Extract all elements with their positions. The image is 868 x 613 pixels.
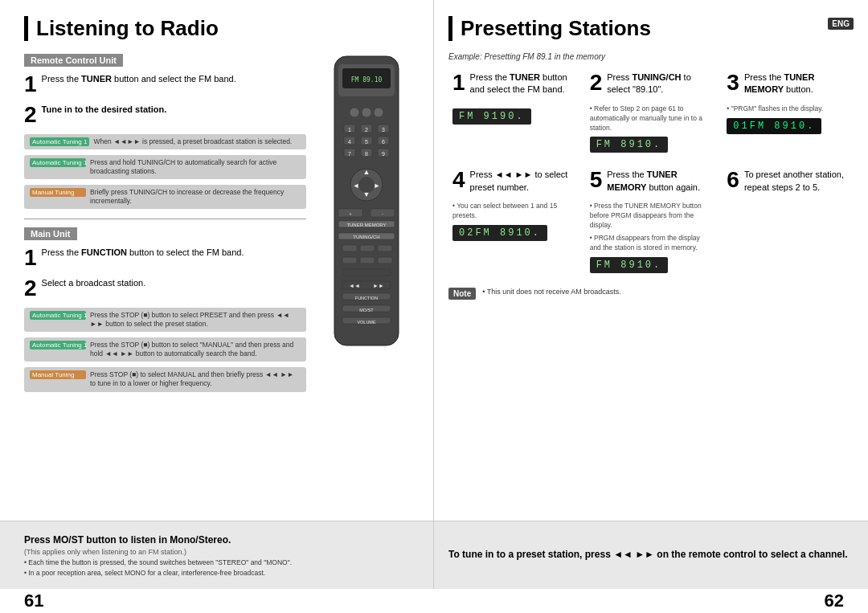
right-step4-note: You can select between 1 and 15 presets. bbox=[452, 202, 575, 221]
right-step5-display: FM 8910. bbox=[590, 257, 669, 273]
bottom-footer: Press MO/ST button to listen in Mono/Ste… bbox=[0, 521, 868, 589]
footer-left-bullet1: • Each time the button is pressed, the s… bbox=[24, 558, 419, 566]
tuning-desc-1: When ◄◄►► is pressed, a preset broadcast… bbox=[93, 137, 292, 146]
tuning-label-1: Automatic Tuning 1 bbox=[30, 137, 89, 146]
page-num-right: 62 bbox=[825, 591, 844, 611]
right-step5-text: Press the TUNER MEMORY button again. bbox=[607, 169, 712, 194]
tuning-desc-2: Press and hold TUNING/CH to automaticall… bbox=[90, 158, 301, 176]
step1-main-text: Press the FUNCTION button to select the … bbox=[42, 247, 244, 259]
right-page-title: Presetting Stations bbox=[448, 16, 854, 41]
step1-main-bold: FUNCTION bbox=[81, 247, 127, 257]
tuning-desc-3: Briefly press TUNING/CH to increase or d… bbox=[90, 188, 301, 206]
page-num-left: 61 bbox=[24, 591, 43, 611]
tuning-boxes-main: Automatic Tuning 1 Press the STOP (■) bu… bbox=[24, 308, 306, 394]
svg-point-6 bbox=[374, 108, 383, 117]
svg-text:-: - bbox=[382, 211, 383, 216]
right-step1-text: Press the TUNER button and select the FM… bbox=[470, 72, 575, 96]
main-tuning-label-1: Automatic Tuning 1 bbox=[30, 311, 86, 320]
step2-rc-text: Tune in to the desired station. bbox=[42, 104, 167, 116]
svg-text:8: 8 bbox=[365, 151, 368, 157]
tuning-boxes-rc: Automatic Tuning 1 When ◄◄►► is pressed,… bbox=[24, 134, 306, 212]
step1-main-number: 1 bbox=[24, 247, 37, 269]
right-step5-number: 5 bbox=[590, 169, 603, 191]
svg-text:+: + bbox=[349, 211, 352, 216]
svg-text:4: 4 bbox=[348, 139, 351, 145]
step2-rc-bold: Tune in to the desired station. bbox=[42, 104, 167, 114]
main-tuning-desc-2: Press the STOP (■) button to select "MAN… bbox=[90, 341, 301, 358]
svg-rect-44 bbox=[378, 257, 392, 264]
tuning-label-3: Manual Tuning bbox=[30, 188, 86, 197]
main-unit-section-header: Main Unit bbox=[24, 227, 77, 240]
svg-text:9: 9 bbox=[382, 151, 385, 157]
right-step-1: 1 Press the TUNER button and select the … bbox=[448, 67, 579, 157]
svg-text:▲: ▲ bbox=[363, 168, 371, 176]
main-tuning-label-2: Automatic Tuning 1 bbox=[30, 341, 86, 349]
footer-right-main: To tune in to a preset station, press ◄◄… bbox=[448, 549, 854, 560]
svg-text:►►: ►► bbox=[373, 283, 384, 288]
svg-text:3: 3 bbox=[382, 127, 385, 133]
tuning-box-1: Automatic Tuning 1 When ◄◄►► is pressed,… bbox=[24, 134, 306, 149]
example-label: Example: Presetting FM 89.1 in the memor… bbox=[448, 52, 854, 61]
svg-text:◄◄: ◄◄ bbox=[349, 283, 360, 288]
step1-rc-text: Press the TUNER button and select the FM… bbox=[42, 73, 236, 85]
note-box: Note • This unit does not receive AM bro… bbox=[448, 288, 854, 300]
svg-point-4 bbox=[350, 108, 359, 117]
right-step-4: 4 Press ◄◄ ►► to select preset number. Y… bbox=[448, 165, 579, 276]
svg-text:FM  89.10: FM 89.10 bbox=[351, 76, 383, 84]
svg-text:7: 7 bbox=[348, 151, 351, 157]
svg-text:6: 6 bbox=[382, 139, 385, 145]
svg-text:◄: ◄ bbox=[353, 182, 360, 190]
right-step2-text: Press TUNING/CH to select "89.10". bbox=[607, 72, 712, 96]
right-step4-display: 02FM 8910. bbox=[452, 225, 547, 241]
steps-bottom-grid: 4 Press ◄◄ ►► to select preset number. Y… bbox=[448, 165, 854, 276]
right-step-5: 5 Press the TUNER MEMORY button again. P… bbox=[586, 165, 717, 276]
tuning-box-2: Automatic Tuning 1 Press and hold TUNING… bbox=[24, 155, 306, 179]
svg-text:▼: ▼ bbox=[363, 190, 371, 198]
footer-left-main: Press MO/ST button to listen in Mono/Ste… bbox=[24, 534, 419, 546]
svg-text:VOLUME: VOLUME bbox=[357, 320, 376, 325]
svg-point-5 bbox=[362, 108, 371, 117]
steps-top-grid: 1 Press the TUNER button and select the … bbox=[448, 67, 854, 157]
step2-main: 2 Select a broadcast station. bbox=[24, 277, 306, 300]
right-step6-text: To preset another station, repeat steps … bbox=[744, 169, 850, 194]
svg-rect-42 bbox=[342, 257, 357, 264]
svg-text:1: 1 bbox=[348, 127, 351, 133]
svg-text:MO/ST: MO/ST bbox=[359, 308, 374, 313]
step2-main-number: 2 bbox=[24, 277, 37, 300]
right-step4-text: Press ◄◄ ►► to select preset number. bbox=[470, 169, 575, 194]
svg-text:5: 5 bbox=[365, 139, 368, 145]
right-step3-display: 01FM 8910. bbox=[727, 118, 821, 134]
right-step3-number: 3 bbox=[727, 72, 739, 94]
remote-svg: FM 89.10 1 2 3 4 5 bbox=[326, 52, 407, 358]
right-step2-display: FM 8910. bbox=[590, 137, 669, 153]
right-step-2: 2 Press TUNING/CH to select "89.10". Ref… bbox=[586, 67, 717, 157]
footer-left-bullet2: • In a poor reception area, select MONO … bbox=[24, 569, 419, 577]
svg-rect-41 bbox=[378, 245, 392, 251]
svg-text:FUNCTION: FUNCTION bbox=[355, 296, 378, 300]
main-tuning-desc-1: Press the STOP (■) button to select PRES… bbox=[90, 311, 301, 329]
footer-left-sub: (This applies only when listening to an … bbox=[24, 548, 419, 556]
svg-text:TUNING/CH: TUNING/CH bbox=[353, 235, 379, 239]
tuning-label-2: Automatic Tuning 1 bbox=[30, 158, 86, 167]
svg-rect-43 bbox=[360, 257, 375, 264]
step1-main: 1 Press the FUNCTION button to select th… bbox=[24, 247, 306, 269]
svg-rect-39 bbox=[342, 245, 357, 251]
left-page: Listening to Radio Remote Control Unit 1… bbox=[0, 0, 434, 521]
step2-rc-number: 2 bbox=[24, 104, 37, 126]
right-step1-display: FM 9190. bbox=[452, 108, 531, 125]
svg-text:TUNER MEMORY: TUNER MEMORY bbox=[346, 223, 386, 227]
right-step2-number: 2 bbox=[590, 72, 603, 94]
main-tuning-desc-3: Press STOP (■) to select MANUAL and then… bbox=[90, 370, 301, 388]
main-tuning-box-2: Automatic Tuning 1 Press the STOP (■) bu… bbox=[24, 337, 306, 362]
right-step4-number: 4 bbox=[452, 169, 465, 191]
right-step3-note: "PRGM" flashes in the display. bbox=[727, 104, 850, 114]
page-numbers-row: 61 62 bbox=[0, 589, 868, 613]
remote-control-section-header: Remote Control Unit bbox=[24, 54, 123, 67]
right-step3-text: Press the TUNER MEMORY button. bbox=[744, 72, 850, 96]
right-page: ENG Presetting Stations Example: Presett… bbox=[434, 0, 868, 521]
svg-text:2: 2 bbox=[365, 127, 368, 133]
step2-rc: 2 Tune in to the desired station. bbox=[24, 104, 306, 126]
right-step1-number: 1 bbox=[452, 72, 465, 94]
remote-control-image: FM 89.10 1 2 3 4 5 bbox=[314, 52, 419, 395]
svg-rect-40 bbox=[360, 245, 375, 251]
